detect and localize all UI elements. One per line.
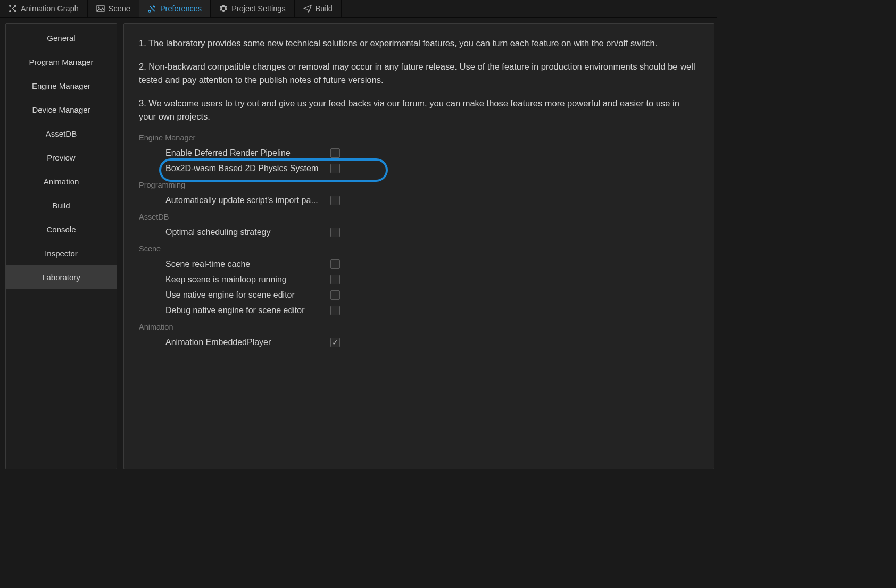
sidebar-item-inspector[interactable]: Inspector bbox=[6, 241, 117, 265]
sidebar-item-label: AssetDB bbox=[46, 129, 77, 138]
intro-paragraph-2: 2. Non-backward compatible changes or re… bbox=[139, 60, 699, 87]
checkbox-auto-update-import[interactable] bbox=[330, 196, 340, 205]
sidebar-item-general[interactable]: General bbox=[6, 26, 117, 50]
tools-icon bbox=[148, 4, 156, 13]
section-title-assetdb: AssetDB bbox=[139, 213, 699, 221]
checkbox-deferred-pipeline[interactable] bbox=[330, 148, 340, 158]
option-row-auto-update-import: Automatically update script's import pa.… bbox=[139, 194, 699, 207]
intro-text: 1. The laboratory provides some new tech… bbox=[139, 37, 699, 124]
option-label: Debug native engine for scene editor bbox=[165, 306, 330, 315]
tab-animation-graph[interactable]: Animation Graph bbox=[0, 0, 88, 17]
image-icon bbox=[96, 4, 105, 13]
option-label: Box2D-wasm Based 2D Physics System bbox=[165, 164, 330, 173]
sidebar-item-label: Animation bbox=[44, 177, 79, 186]
checkbox-native-engine-scene[interactable] bbox=[330, 290, 340, 300]
sidebar-item-device-manager[interactable]: Device Manager bbox=[6, 98, 117, 122]
tab-project-settings[interactable]: Project Settings bbox=[211, 0, 295, 17]
option-label: Optimal scheduling strategy bbox=[165, 228, 330, 237]
tab-preferences[interactable]: Preferences bbox=[139, 0, 211, 17]
option-row-animation-embedded-player: Animation EmbeddedPlayer bbox=[139, 335, 699, 349]
sidebar-item-program-manager[interactable]: Program Manager bbox=[6, 50, 117, 74]
sidebar-item-build[interactable]: Build bbox=[6, 194, 117, 217]
checkbox-optimal-scheduling[interactable] bbox=[330, 228, 340, 237]
option-label: Automatically update script's import pa.… bbox=[165, 196, 330, 205]
option-row-optimal-scheduling: Optimal scheduling strategy bbox=[139, 225, 699, 239]
sidebar-item-label: Preview bbox=[47, 153, 75, 162]
tab-label: Preferences bbox=[160, 4, 202, 13]
tab-label: Animation Graph bbox=[21, 4, 79, 13]
sidebar-item-assetdb[interactable]: AssetDB bbox=[6, 122, 117, 146]
sidebar-item-label: Program Manager bbox=[29, 57, 94, 66]
tab-build[interactable]: Build bbox=[295, 0, 342, 17]
checkbox-keep-mainloop[interactable] bbox=[330, 275, 340, 284]
intro-paragraph-3: 3. We welcome users to try out and give … bbox=[139, 97, 699, 124]
sidebar-item-label: Device Manager bbox=[32, 105, 90, 114]
checkbox-animation-embedded-player[interactable] bbox=[330, 338, 340, 347]
option-row-debug-native-engine: Debug native engine for scene editor bbox=[139, 304, 699, 317]
sidebar-item-animation[interactable]: Animation bbox=[6, 170, 117, 194]
option-row-native-engine-scene: Use native engine for scene editor bbox=[139, 288, 699, 302]
sidebar-item-label: Console bbox=[46, 225, 76, 234]
sidebar-item-laboratory[interactable]: Laboratory bbox=[6, 265, 117, 289]
svg-point-6 bbox=[148, 10, 151, 12]
option-row-scene-realtime-cache: Scene real-time cache bbox=[139, 257, 699, 271]
checkbox-scene-realtime-cache[interactable] bbox=[330, 259, 340, 269]
option-row-deferred-pipeline: Enable Deferred Render Pipeline bbox=[139, 146, 699, 160]
svg-point-7 bbox=[222, 7, 225, 10]
preferences-sidebar: General Program Manager Engine Manager D… bbox=[5, 23, 117, 469]
section-title-programming: Programming bbox=[139, 181, 699, 189]
sidebar-item-label: Build bbox=[52, 201, 70, 210]
option-label: Enable Deferred Render Pipeline bbox=[165, 148, 330, 158]
option-label: Animation EmbeddedPlayer bbox=[165, 338, 330, 347]
sidebar-item-console[interactable]: Console bbox=[6, 217, 117, 241]
intro-paragraph-1: 1. The laboratory provides some new tech… bbox=[139, 37, 699, 51]
svg-point-5 bbox=[98, 7, 99, 9]
checkbox-debug-native-engine[interactable] bbox=[330, 306, 340, 315]
sidebar-item-label: Inspector bbox=[45, 249, 78, 258]
tab-scene[interactable]: Scene bbox=[88, 0, 139, 17]
tab-label: Scene bbox=[109, 4, 130, 13]
sidebar-item-label: General bbox=[47, 33, 75, 43]
sidebar-item-label: Laboratory bbox=[42, 273, 80, 282]
graph-icon bbox=[9, 4, 17, 13]
section-title-scene: Scene bbox=[139, 245, 699, 253]
checkbox-box2d-wasm[interactable] bbox=[330, 164, 340, 173]
tab-label: Project Settings bbox=[231, 4, 286, 13]
option-row-keep-mainloop: Keep scene is mainloop running bbox=[139, 273, 699, 287]
gear-icon bbox=[219, 4, 228, 13]
sidebar-item-preview[interactable]: Preview bbox=[6, 146, 117, 170]
top-tabs-bar: Animation Graph Scene Preferences Projec… bbox=[0, 0, 717, 18]
option-label: Keep scene is mainloop running bbox=[165, 275, 330, 284]
section-title-animation: Animation bbox=[139, 323, 699, 331]
sidebar-item-engine-manager[interactable]: Engine Manager bbox=[6, 74, 117, 98]
option-row-box2d-wasm: Box2D-wasm Based 2D Physics System bbox=[139, 162, 699, 175]
tab-label: Build bbox=[316, 4, 333, 13]
section-title-engine-manager: Engine Manager bbox=[139, 133, 699, 142]
send-icon bbox=[303, 4, 312, 13]
option-label: Scene real-time cache bbox=[165, 259, 330, 269]
sidebar-item-label: Engine Manager bbox=[32, 81, 90, 90]
content-panel: 1. The laboratory provides some new tech… bbox=[123, 23, 714, 469]
option-label: Use native engine for scene editor bbox=[165, 290, 330, 300]
